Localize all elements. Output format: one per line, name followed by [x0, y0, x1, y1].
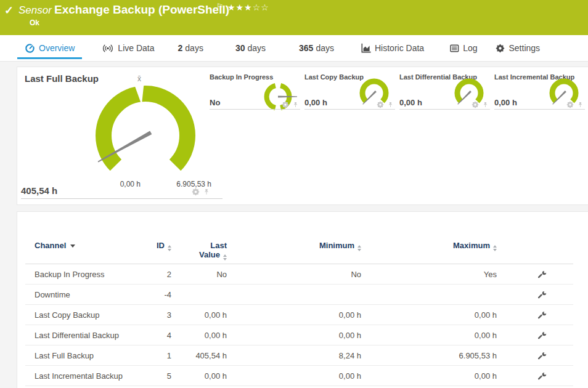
- channel-minimum: 0,00 h: [227, 371, 361, 381]
- sort-icon: [223, 254, 227, 261]
- gauge-icon: [25, 43, 35, 54]
- tab-historic-data-label: Historic Data: [375, 43, 424, 53]
- historic-data-icon: [361, 43, 371, 53]
- arc-gauge: [449, 73, 492, 116]
- pin-icon[interactable]: [292, 102, 299, 108]
- priority-flag-icon[interactable]: ⚐: [216, 2, 224, 11]
- primary-gauge-min: 0,00 h: [85, 180, 141, 188]
- edit-channel-wrench-icon[interactable]: [538, 310, 547, 320]
- stars-empty[interactable]: ☆☆: [253, 2, 269, 12]
- channel-maximum: 0,00 h: [361, 310, 497, 320]
- column-header-maximum[interactable]: Maximum: [361, 241, 497, 251]
- object-kind-label: Sensor: [18, 4, 52, 17]
- column-header-maximum-label: Maximum: [453, 241, 490, 250]
- sensor-status-badge: Ok: [30, 18, 39, 27]
- primary-gauge: [84, 74, 207, 197]
- tab-365-days-unit: days: [316, 43, 334, 53]
- channel-last-value: 0,00 h: [171, 331, 227, 340]
- table-row: Last Incremental Backup 5 0,00 h 0,00 h …: [25, 366, 573, 386]
- edit-channel-wrench-icon[interactable]: [538, 290, 547, 299]
- gear-icon[interactable]: [282, 101, 289, 108]
- channels-panel: Channel ID Last Value Minimum Maximum: [17, 211, 588, 388]
- gauge-value: No: [210, 98, 220, 107]
- channel-id: 5: [139, 371, 171, 381]
- gauges-panel: Last Full Backup x̄ 0,00 h 6.905,53 h 40…: [17, 67, 588, 205]
- tab-2-days[interactable]: 2 days: [171, 35, 211, 62]
- tab-settings-label: Settings: [508, 43, 540, 53]
- divider: [210, 109, 300, 110]
- pin-icon[interactable]: [482, 102, 489, 108]
- pin-icon[interactable]: [203, 188, 210, 196]
- channel-maximum: 0,00 h: [361, 331, 497, 340]
- stars-filled[interactable]: ★★★: [227, 2, 253, 12]
- tab-log[interactable]: Log: [443, 35, 484, 62]
- column-header-last-label: Last: [171, 241, 227, 250]
- channel-id: 4: [139, 331, 171, 340]
- tab-30-days-number: 30: [235, 43, 245, 53]
- gear-icon[interactable]: [472, 101, 479, 108]
- primary-gauge-value: 405,54 h: [21, 185, 57, 196]
- column-header-value-label: Value: [199, 250, 220, 259]
- channel-last-value: 0,00 h: [171, 310, 227, 320]
- channel-last-value: 405,54 h: [171, 351, 227, 360]
- live-data-icon: [102, 44, 114, 53]
- channel-name: Last Differential Backup: [25, 331, 139, 340]
- tab-365-days[interactable]: 365 days: [292, 35, 341, 62]
- channel-minimum: 8,24 h: [227, 351, 361, 360]
- gear-icon: [496, 44, 505, 53]
- channel-id: 1: [139, 351, 171, 360]
- edit-channel-wrench-icon[interactable]: [538, 331, 547, 340]
- tab-30-days[interactable]: 30 days: [228, 35, 273, 62]
- divider: [494, 109, 585, 110]
- sensor-header: ✓ Sensor Exchange Backup (PowerShell) ⚐ …: [0, 0, 588, 35]
- sensor-title: Exchange Backup (PowerShell): [54, 3, 229, 17]
- gauge-value: 0,00 h: [494, 98, 517, 107]
- table-row: Last Full Backup 1 405,54 h 8,24 h 6.905…: [25, 346, 573, 366]
- gauge-cell-last-copy-backup: Last Copy Backup 0,00 h: [304, 73, 395, 113]
- channel-name: Last Copy Backup: [25, 310, 139, 320]
- column-header-channel[interactable]: Channel: [25, 241, 139, 250]
- edit-channel-wrench-icon[interactable]: [538, 351, 547, 360]
- tab-settings[interactable]: Settings: [488, 35, 547, 62]
- channel-name: Backup In Progress: [25, 270, 139, 279]
- edit-channel-wrench-icon[interactable]: [538, 270, 547, 279]
- gauge-value: 0,00 h: [399, 98, 422, 107]
- gear-icon[interactable]: [192, 188, 200, 196]
- column-header-id-label: ID: [157, 241, 165, 250]
- priority-stars[interactable]: ★★★☆☆: [227, 2, 269, 12]
- tab-historic-data[interactable]: Historic Data: [354, 35, 431, 62]
- primary-gauge-max: 6.905,53 h: [159, 180, 211, 188]
- channel-minimum: No: [227, 270, 361, 279]
- channel-id: 2: [139, 270, 171, 279]
- channel-minimum: 0,00 h: [227, 331, 361, 340]
- pin-icon[interactable]: [387, 102, 394, 108]
- tab-overview[interactable]: Overview: [17, 35, 82, 62]
- gauge-cell-last-incremental-backup: Last Incremental Backup 0,00 h: [494, 73, 585, 113]
- tab-2-days-unit: days: [185, 43, 203, 53]
- column-header-last-value[interactable]: Last Value: [171, 241, 227, 261]
- tab-live-data-label: Live Data: [118, 43, 154, 53]
- divider: [21, 198, 223, 199]
- arc-gauge: [544, 73, 587, 116]
- table-row: Last Copy Backup 3 0,00 h 0,00 h 0,00 h: [25, 305, 573, 325]
- channel-maximum: 6.905,53 h: [361, 351, 497, 360]
- edit-channel-wrench-icon[interactable]: [538, 371, 547, 381]
- channel-last-value: No: [171, 270, 227, 279]
- gear-icon[interactable]: [566, 101, 574, 108]
- channel-minimum: 0,00 h: [227, 310, 361, 320]
- table-header-row: Channel ID Last Value Minimum Maximum: [25, 239, 573, 264]
- channel-maximum: 0,00 h: [361, 371, 497, 381]
- tab-live-data[interactable]: Live Data: [94, 35, 161, 62]
- tab-365-days-number: 365: [299, 43, 313, 53]
- gauge-cell-backup-in-progress: Backup In Progress No: [210, 73, 300, 113]
- pin-icon[interactable]: [577, 102, 584, 108]
- arc-gauge: [354, 73, 397, 116]
- table-row: Last Differential Backup 4 0,00 h 0,00 h…: [25, 325, 573, 346]
- gear-icon[interactable]: [377, 101, 384, 108]
- gauge-cell-last-differential-backup: Last Differential Backup 0,00 h: [399, 73, 490, 113]
- chevron-down-icon: [70, 245, 75, 248]
- column-header-minimum[interactable]: Minimum: [227, 241, 361, 251]
- channel-name: Downtime: [25, 290, 139, 299]
- column-header-id[interactable]: ID: [139, 241, 171, 251]
- tab-log-label: Log: [463, 43, 477, 53]
